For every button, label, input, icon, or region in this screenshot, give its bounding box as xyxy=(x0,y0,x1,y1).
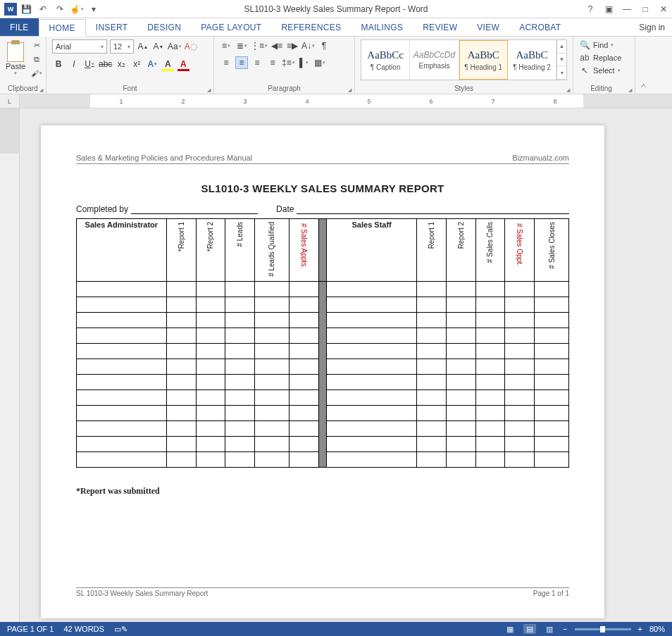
find-button[interactable]: 🔍Find▾ xyxy=(579,39,629,51)
copy-icon[interactable]: ⧉ xyxy=(31,54,42,65)
print-layout-icon[interactable]: ▤ xyxy=(523,624,536,634)
document-scroll-area[interactable]: Sales & Marketing Policies and Procedure… xyxy=(20,108,672,622)
select-button[interactable]: ↖Select▾ xyxy=(579,65,629,76)
table-row xyxy=(77,389,569,405)
increase-indent-button[interactable]: ≡▶ xyxy=(286,39,299,52)
web-layout-icon[interactable]: ▥ xyxy=(543,624,556,634)
title-bar: W 💾 ↶ ↷ ☝ ▾ SL1010-3 Weekly Sales Summar… xyxy=(0,0,672,18)
paste-label: Paste xyxy=(6,62,25,70)
clipboard-icon xyxy=(7,42,24,62)
grow-font-icon[interactable]: A▲ xyxy=(137,40,149,53)
shrink-font-icon[interactable]: A▼ xyxy=(152,40,165,53)
show-marks-button[interactable]: ¶ xyxy=(318,39,330,52)
zoom-slider[interactable] xyxy=(575,628,631,630)
tab-acrobat[interactable]: ACROBAT xyxy=(509,18,571,36)
format-painter-icon[interactable]: 🖌 xyxy=(31,68,42,79)
undo-icon[interactable]: ↶ xyxy=(37,3,49,15)
cut-icon[interactable]: ✂ xyxy=(31,39,42,51)
paste-button[interactable]: Paste ▾ xyxy=(6,42,25,76)
font-color-button[interactable]: A xyxy=(177,58,189,70)
styles-gallery[interactable]: AaBbCc ¶ Caption AaBbCcDd Emphasis AaBbC… xyxy=(361,39,567,80)
align-right-button[interactable]: ≡ xyxy=(251,56,263,69)
status-proofing-icon[interactable]: ▭✎ xyxy=(114,625,127,634)
document-page[interactable]: Sales & Marketing Policies and Procedure… xyxy=(41,125,604,618)
zoom-level[interactable]: 80% xyxy=(649,625,665,633)
tab-references[interactable]: REFERENCES xyxy=(271,18,351,36)
style-heading1[interactable]: AaBbC ¶ Heading 1 xyxy=(459,40,508,80)
table-cell xyxy=(446,328,475,343)
style-name: ¶ Caption xyxy=(371,63,401,71)
font-size-select[interactable]: 12▾ xyxy=(110,39,134,54)
tab-design[interactable]: DESIGN xyxy=(137,18,191,36)
table-cell xyxy=(535,405,569,420)
replace-button[interactable]: abReplace xyxy=(579,52,629,63)
style-heading2[interactable]: AaBbC ¶ Heading 2 xyxy=(508,40,556,80)
text-effects-button[interactable]: A xyxy=(146,58,158,70)
ribbon-display-icon[interactable]: ▣ xyxy=(603,4,614,14)
italic-button[interactable]: I xyxy=(68,58,80,70)
align-left-button[interactable]: ≡ xyxy=(220,56,232,69)
status-page[interactable]: PAGE 1 OF 1 xyxy=(7,625,54,633)
redo-icon[interactable]: ↷ xyxy=(54,3,66,15)
subscript-button[interactable]: x₂ xyxy=(115,58,127,70)
style-caption[interactable]: AaBbCc ¶ Caption xyxy=(361,40,410,80)
bold-button[interactable]: B xyxy=(52,58,65,70)
vertical-ruler[interactable] xyxy=(0,108,20,622)
help-icon[interactable]: ? xyxy=(585,4,596,14)
styles-up-icon[interactable]: ▲ xyxy=(557,40,566,54)
borders-button[interactable]: ▦ xyxy=(313,56,326,69)
touch-mode-icon[interactable]: ☝ xyxy=(70,3,83,15)
table-cell xyxy=(166,281,196,297)
change-case-icon[interactable]: Aa xyxy=(168,40,182,53)
superscript-button[interactable]: x² xyxy=(130,58,143,70)
zoom-in-button[interactable]: + xyxy=(638,625,642,633)
close-icon[interactable]: ✕ xyxy=(658,4,669,14)
table-cell xyxy=(417,436,447,451)
read-mode-icon[interactable]: ▦ xyxy=(504,624,516,634)
horizontal-ruler[interactable]: 12345678 xyxy=(20,94,672,108)
underline-button[interactable]: U xyxy=(83,58,96,70)
shading-button[interactable]: ▌ xyxy=(298,56,311,69)
collapse-ribbon-icon[interactable]: ㅅ xyxy=(635,37,651,94)
sort-button[interactable]: A↓ xyxy=(301,39,315,52)
decrease-indent-button[interactable]: ◀≡ xyxy=(270,39,283,52)
table-cell xyxy=(196,328,225,343)
status-words[interactable]: 42 WORDS xyxy=(63,625,104,633)
sign-in-link[interactable]: Sign in xyxy=(639,18,665,36)
tab-home[interactable]: HOME xyxy=(39,19,86,37)
table-cell xyxy=(318,389,327,405)
save-icon[interactable]: 💾 xyxy=(20,3,32,15)
table-cell xyxy=(289,436,318,451)
qat-customize-icon[interactable]: ▾ xyxy=(87,3,100,15)
table-cell xyxy=(318,358,327,374)
line-spacing-button[interactable]: ‡≡ xyxy=(282,56,295,69)
styles-more-icon[interactable]: ▾ xyxy=(557,66,566,80)
bullets-button[interactable]: ≡ xyxy=(220,39,232,52)
tab-mailings[interactable]: MAILINGS xyxy=(351,18,413,36)
clear-formatting-icon[interactable]: A◌ xyxy=(185,40,197,53)
style-emphasis[interactable]: AaBbCcDd Emphasis xyxy=(410,40,459,80)
minimize-icon[interactable]: — xyxy=(621,4,633,14)
tab-insert[interactable]: INSERT xyxy=(86,18,138,36)
styles-down-icon[interactable]: ▼ xyxy=(557,54,566,67)
font-name-select[interactable]: Arial▾ xyxy=(52,39,107,54)
tab-selector[interactable]: L xyxy=(0,94,20,108)
table-cell xyxy=(535,389,569,405)
tab-file[interactable]: FILE xyxy=(0,18,39,36)
table-cell xyxy=(327,389,417,405)
maximize-icon[interactable]: □ xyxy=(640,4,651,14)
strikethrough-button[interactable]: abc xyxy=(99,58,112,70)
table-cell xyxy=(446,374,475,389)
col-report1-r: Report 1 xyxy=(417,219,447,282)
table-cell xyxy=(166,436,196,451)
tab-view[interactable]: VIEW xyxy=(467,18,509,36)
zoom-out-button[interactable]: − xyxy=(563,625,567,633)
tab-page-layout[interactable]: PAGE LAYOUT xyxy=(191,18,271,36)
table-cell xyxy=(166,312,196,328)
numbering-button[interactable]: ≣ xyxy=(235,39,248,52)
align-center-button[interactable]: ≡ xyxy=(235,56,248,69)
multilevel-button[interactable]: ⋮≡ xyxy=(251,39,268,52)
tab-review[interactable]: REVIEW xyxy=(413,18,467,36)
highlight-button[interactable]: A xyxy=(161,58,174,70)
justify-button[interactable]: ≡ xyxy=(266,56,279,69)
